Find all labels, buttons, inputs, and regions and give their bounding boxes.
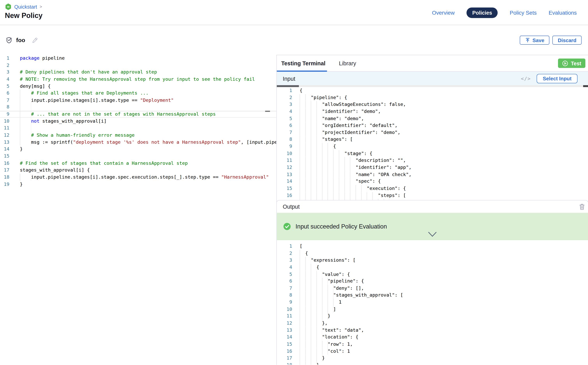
- input-json-editor[interactable]: 1{2"pipeline": {3"allowStageExecutions":…: [277, 87, 588, 200]
- code-line[interactable]: 6"orgIdentifier": "default",: [277, 122, 588, 129]
- code-line[interactable]: 17{: [277, 199, 588, 200]
- edit-pencil-icon[interactable]: [32, 37, 38, 43]
- line-number: 4: [277, 264, 292, 271]
- code-line[interactable]: 10not stages_with_approval[i]: [0, 118, 276, 125]
- line-number: 8: [277, 292, 292, 299]
- code-line[interactable]: 7"projectIdentifier": "demo",: [277, 129, 588, 136]
- code-line[interactable]: 18}: [277, 362, 588, 365]
- code-line[interactable]: 18input.pipeline.stages[i].stage.spec.ex…: [0, 174, 276, 181]
- code-line[interactable]: 8"stages_with_approval": [: [277, 292, 588, 299]
- code-text: [: [292, 243, 588, 250]
- code-line[interactable]: 8"stages": [: [277, 136, 588, 143]
- code-line[interactable]: 12# Show a human-friendly error message: [0, 132, 276, 139]
- code-line[interactable]: 13"text": "data",: [277, 327, 588, 334]
- code-line[interactable]: 7input.pipeline.stages[i].stage.type == …: [0, 97, 276, 104]
- code-text: {: [292, 143, 588, 150]
- output-json-editor[interactable]: 1[2{3"expressions": [4{5"value": {6"pipe…: [277, 240, 588, 365]
- test-button[interactable]: Test: [558, 58, 585, 68]
- code-line[interactable]: 7"deny": [],: [277, 285, 588, 292]
- code-line[interactable]: 3"expressions": [: [277, 257, 588, 264]
- code-line[interactable]: 13"name": "OPA check",: [277, 171, 588, 178]
- output-section-header: Output: [277, 200, 588, 213]
- code-line[interactable]: 9{: [277, 143, 588, 150]
- code-line[interactable]: 11"description": "",: [277, 157, 588, 164]
- code-line[interactable]: 3"allowStageExecutions": false,: [277, 101, 588, 108]
- code-text: }: [9, 146, 276, 153]
- code-line[interactable]: 14}: [0, 146, 276, 153]
- code-line[interactable]: 6# Find all stages that are Deployments …: [0, 90, 276, 97]
- code-brackets-icon[interactable]: </>: [521, 76, 531, 81]
- code-line[interactable]: 16# Find the set of stages that contain …: [0, 160, 276, 167]
- code-line[interactable]: 3# Deny pipelines that don't have an app…: [0, 69, 276, 76]
- code-line[interactable]: 19}: [0, 181, 276, 188]
- svg-text:∞: ∞: [7, 5, 10, 9]
- code-line[interactable]: 10"stage": {: [277, 150, 588, 157]
- save-button[interactable]: Save: [520, 36, 550, 45]
- code-text: "orgIdentifier": "default",: [292, 122, 588, 129]
- chevron-down-icon[interactable]: [427, 232, 437, 237]
- code-text: "col": 1: [292, 348, 588, 355]
- code-line[interactable]: 17stages_with_approval[i] {: [0, 167, 276, 174]
- code-line[interactable]: 11: [0, 125, 276, 132]
- line-number: 2: [277, 250, 292, 257]
- code-line[interactable]: 13msg := sprintf("deployment stage '%s' …: [0, 139, 276, 146]
- code-line[interactable]: 5"value": {: [277, 271, 588, 278]
- code-line[interactable]: 9# ... that are not in the set of stages…: [0, 111, 276, 118]
- scrollbar-thumb[interactable]: [277, 85, 299, 87]
- code-text: {: [292, 250, 588, 257]
- indent-guide: [300, 115, 322, 122]
- line-number: 1: [0, 55, 9, 62]
- indent-guide: [20, 132, 31, 139]
- code-line[interactable]: 2: [0, 62, 276, 69]
- indent-guide: [300, 129, 322, 136]
- indent-guide: [20, 90, 31, 97]
- nav-item-overview[interactable]: Overview: [432, 10, 455, 16]
- output-section: Output: [276, 200, 588, 365]
- code-line[interactable]: 5deny[msg] {: [0, 83, 276, 90]
- code-line[interactable]: 15"execution": {: [277, 185, 588, 192]
- code-line[interactable]: 1[: [277, 243, 588, 250]
- indent-guide: [300, 334, 322, 341]
- code-line[interactable]: 11}: [277, 313, 588, 320]
- code-line[interactable]: 5"name": "demo",: [277, 115, 588, 122]
- tab-library[interactable]: Library: [339, 60, 356, 66]
- tab-testing-terminal[interactable]: Testing Terminal: [281, 60, 326, 66]
- code-line[interactable]: 15: [0, 153, 276, 160]
- trash-icon[interactable]: [579, 203, 585, 210]
- code-line[interactable]: 15"row": 1,: [277, 341, 588, 348]
- code-line[interactable]: 16"col": 1: [277, 348, 588, 355]
- code-line[interactable]: 4"identifier": "demo",: [277, 108, 588, 115]
- policy-toolbar: foo Save Discard: [0, 25, 588, 55]
- code-line[interactable]: 17}: [277, 355, 588, 362]
- nav-item-policies[interactable]: Policies: [467, 7, 498, 18]
- indent-guide: [20, 118, 31, 125]
- code-line[interactable]: 6"pipeline": {: [277, 278, 588, 285]
- code-line[interactable]: 12},: [277, 320, 588, 327]
- code-line[interactable]: 4{: [277, 264, 588, 271]
- indent-guide: [300, 292, 333, 299]
- code-line[interactable]: 10]: [277, 306, 588, 313]
- code-line[interactable]: 4# NOTE: Try removing the HarnessApprova…: [0, 76, 276, 83]
- code-line[interactable]: 1package pipeline: [0, 55, 276, 62]
- code-line[interactable]: 8: [0, 104, 276, 111]
- code-line[interactable]: 2"pipeline": {: [277, 94, 588, 101]
- nav-item-evaluations[interactable]: Evaluations: [549, 10, 577, 16]
- indent-guide: [300, 94, 311, 101]
- code-line[interactable]: 2{: [277, 250, 588, 257]
- indent-guide: [20, 111, 31, 118]
- nav-item-policy-sets[interactable]: Policy Sets: [510, 10, 537, 16]
- code-line[interactable]: 14"spec": {: [277, 178, 588, 185]
- code-line[interactable]: 16"steps": [: [277, 192, 588, 199]
- code-line[interactable]: 14"location": {: [277, 334, 588, 341]
- policy-code-editor[interactable]: 1package pipeline23# Deny pipelines that…: [0, 55, 276, 365]
- select-input-button[interactable]: Select Input: [537, 74, 577, 83]
- line-number: 9: [277, 143, 292, 150]
- code-line[interactable]: 91: [277, 299, 588, 306]
- code-text: [9, 104, 276, 111]
- code-text: "spec": {: [292, 178, 588, 185]
- code-line[interactable]: 12"identifier": "app",: [277, 164, 588, 171]
- discard-button[interactable]: Discard: [553, 36, 581, 45]
- overview-ruler-marker[interactable]: [583, 85, 588, 87]
- breadcrumb-link-quickstart[interactable]: Quickstart: [14, 4, 37, 10]
- code-line[interactable]: 1{: [277, 87, 588, 94]
